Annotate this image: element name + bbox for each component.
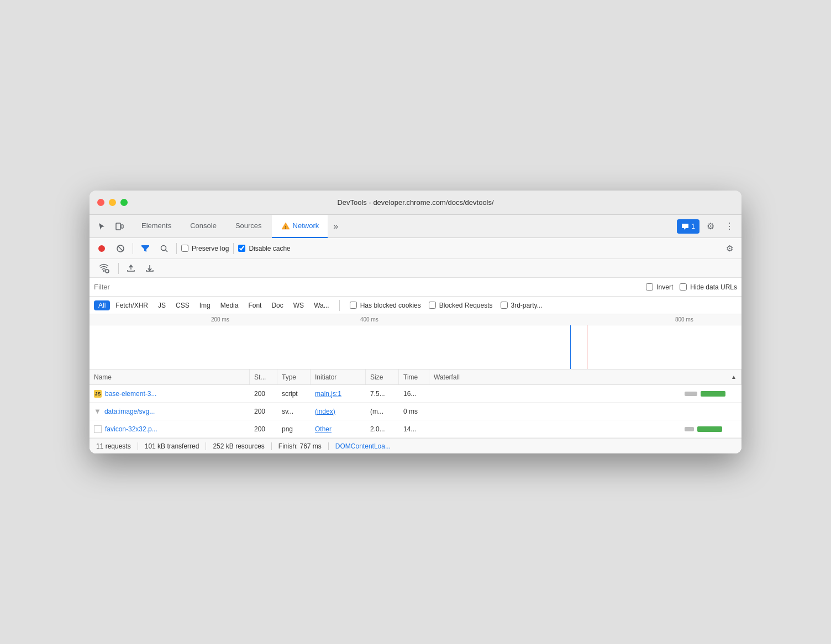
resources-size: 252 kB resources [213,442,271,450]
img-icon [94,425,102,433]
cursor-icon-button[interactable] [94,219,109,234]
th-time[interactable]: Time [399,369,429,384]
table-row[interactable]: JS base-element-3... 200 script main.js:… [90,385,741,403]
row-initiator-2: Other [311,420,366,437]
clear-button[interactable] [113,241,128,256]
disable-cache-label[interactable]: Disable cache [238,245,290,252]
record-icon [98,245,106,252]
filter-img-button[interactable]: Img [195,300,215,310]
preserve-log-label[interactable]: Preserve log [181,245,229,252]
row-size-1: (m... [366,403,399,420]
invert-label[interactable]: Invert [646,283,673,291]
filter-ws-button[interactable]: WS [289,300,308,310]
dots-icon: ⋮ [725,221,734,231]
filter-media-button[interactable]: Media [216,300,243,310]
devtools-window: DevTools - developer.chrome.com/docs/dev… [90,191,741,453]
th-type[interactable]: Type [277,369,311,384]
divider-types [339,300,340,311]
export-button[interactable] [142,261,157,276]
svg-point-9 [103,270,105,272]
tab-network[interactable]: ! Network [272,215,328,238]
row-name-1: ▼ data:image/svg... [90,403,250,420]
search-button[interactable] [156,241,172,256]
third-party-label[interactable]: 3rd-party... [501,302,543,309]
minimize-button[interactable] [109,199,116,206]
sort-arrow-icon: ▲ [731,374,737,380]
maximize-button[interactable] [120,199,128,206]
finish-time: Finish: 767 ms [278,442,329,450]
tab-bar-icons [94,219,127,234]
import-button[interactable] [123,261,139,276]
preserve-log-checkbox[interactable] [181,245,188,252]
cursor-icon [97,222,106,231]
gear-icon: ⚙ [707,221,714,231]
row-status-2: 200 [250,420,277,437]
blocked-cookies-checkbox[interactable] [350,302,357,309]
gear-icon-small: ⚙ [726,244,733,254]
invert-checkbox[interactable] [646,283,653,291]
filter-font-button[interactable]: Font [244,300,266,310]
filter-all-button[interactable]: All [94,300,110,310]
timeline-body [90,325,741,369]
row-initiator-0: main.js:1 [311,385,366,402]
tab-console[interactable]: Console [181,215,225,238]
table-row[interactable]: favicon-32x32.p... 200 png Other 2.0... … [90,420,741,438]
row-waterfall-2 [429,420,741,437]
feedback-badge-button[interactable]: 1 [677,219,699,234]
close-button[interactable] [97,199,104,206]
row-time-1: 0 ms [399,403,429,420]
status-bar: 11 requests 101 kB transferred 252 kB re… [90,438,741,453]
tick-400ms: 400 ms [360,316,378,323]
divider-3 [233,243,234,254]
hide-data-urls-label[interactable]: Hide data URLs [680,283,737,291]
disable-cache-checkbox[interactable] [238,245,245,252]
toolbar-main: Preserve log Disable cache ⚙ [90,238,741,259]
blocked-cookies-label[interactable]: Has blocked cookies [350,302,421,309]
tab-bar: Elements Console Sources ! Network [90,215,741,238]
th-waterfall[interactable]: Waterfall ▲ [429,369,741,384]
divider-4 [118,263,119,274]
devtools-body: Elements Console Sources ! Network [90,215,741,453]
tab-sources[interactable]: Sources [227,215,271,238]
filter-wa-button[interactable]: Wa... [309,300,334,310]
blocked-requests-checkbox[interactable] [429,302,436,309]
settings-button[interactable]: ⚙ [703,219,718,234]
hide-data-urls-checkbox[interactable] [680,283,687,291]
block-icon [117,245,124,252]
divider-2 [176,243,177,254]
th-size[interactable]: Size [366,369,399,384]
js-icon: JS [94,390,102,398]
table-row[interactable]: ▼ data:image/svg... 200 sv... (index) (m… [90,403,741,420]
svg-text:!: ! [285,224,286,229]
third-party-checkbox[interactable] [501,302,508,309]
tab-elements[interactable]: Elements [133,215,180,238]
divider-1 [133,243,133,254]
row-status-1: 200 [250,403,277,420]
message-icon [681,223,689,230]
th-name[interactable]: Name [90,369,250,384]
table-header: Name St... Type Initiator Size Time [90,369,741,385]
more-options-button[interactable]: ⋮ [722,219,737,234]
svg-point-7 [161,245,166,250]
titlebar: DevTools - developer.chrome.com/docs/dev… [90,191,741,215]
requests-count: 11 requests [96,442,138,450]
row-time-0: 16... [399,385,429,402]
filter-doc-button[interactable]: Doc [267,300,287,310]
record-button[interactable] [94,241,109,256]
filter-css-button[interactable]: CSS [171,300,194,310]
th-status[interactable]: St... [250,369,277,384]
svg-rect-0 [116,223,120,230]
blocked-requests-label[interactable]: Blocked Requests [429,302,493,309]
filter-fetch-button[interactable]: Fetch/XHR [111,300,152,310]
more-tabs-button[interactable]: » [329,215,343,238]
waterfall-green-bar-2 [697,426,722,432]
filter-js-button[interactable]: JS [154,300,170,310]
wifi-settings-button[interactable] [94,261,114,276]
th-initiator[interactable]: Initiator [311,369,366,384]
device-icon-button[interactable] [112,219,127,234]
row-waterfall-0 [429,385,741,402]
filter-button[interactable] [138,241,153,256]
domcontentloaded-link[interactable]: DOMContentLoa... [335,442,391,450]
upload-icon [127,265,135,272]
network-settings-button[interactable]: ⚙ [722,241,737,256]
